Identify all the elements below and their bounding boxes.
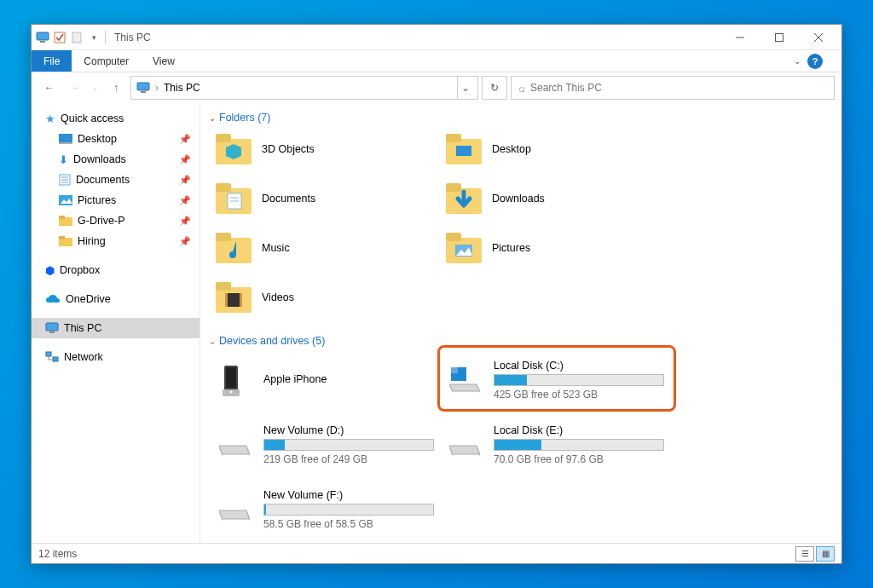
properties-qat-icon[interactable] <box>52 30 67 45</box>
address-separator: › <box>155 82 159 94</box>
sidebar-item-hiring[interactable]: Hiring📌 <box>32 231 199 251</box>
svg-marker-56 <box>449 384 480 391</box>
sidebar-item-pictures[interactable]: Pictures📌 <box>32 190 199 210</box>
svg-rect-24 <box>46 352 51 356</box>
sidebar-item-documents[interactable]: Documents📌 <box>32 170 199 190</box>
details-view-button[interactable]: ☰ <box>795 546 814 562</box>
drive-e[interactable]: Local Disk (E:) 70.0 GB free of 97.6 GB <box>446 422 668 468</box>
svg-rect-50 <box>225 293 228 307</box>
refresh-button[interactable]: ↻ <box>482 76 507 100</box>
svg-rect-16 <box>59 195 72 205</box>
svg-rect-54 <box>226 367 236 388</box>
search-input[interactable] <box>530 82 827 94</box>
pin-icon: 📌 <box>179 195 191 206</box>
chevron-down-icon: ⌄ <box>209 337 216 346</box>
documents-icon <box>59 174 71 186</box>
pin-icon: 📌 <box>179 175 191 186</box>
recent-locations-button[interactable]: ⌄ <box>90 77 101 99</box>
navigation-bar: ← → ⌄ ↑ › This PC ⌄ ↻ ⌕ <box>32 72 841 103</box>
folder-pictures[interactable]: Pictures <box>446 229 668 267</box>
tab-file[interactable]: File <box>32 50 72 72</box>
tab-computer[interactable]: Computer <box>72 50 141 72</box>
pictures-icon <box>59 195 72 205</box>
sidebar-item-desktop[interactable]: Desktop📌 <box>32 129 199 149</box>
svg-rect-42 <box>216 233 231 241</box>
section-folders[interactable]: ⌄ Folders (7) <box>204 105 841 130</box>
status-bar: 12 items ☰ ▦ <box>32 543 841 563</box>
folder-videos[interactable]: Videos <box>216 279 437 316</box>
navigation-pane: ★ Quick access Desktop📌 ⬇ Downloads📌 Doc… <box>32 103 200 543</box>
back-button[interactable]: ← <box>38 77 61 99</box>
dropbox-icon: ⬢ <box>45 264 55 277</box>
folder-icon <box>59 216 72 226</box>
close-button[interactable] <box>799 25 838 50</box>
ribbon-collapse-icon[interactable]: ⌄ <box>794 56 801 66</box>
documents-folder-icon <box>216 182 251 215</box>
drive-f[interactable]: New Volume (F:) 58.5 GB free of 58.5 GB <box>216 487 437 533</box>
network-icon <box>45 351 59 363</box>
this-pc-icon <box>45 322 59 334</box>
drive-usage-bar <box>494 374 664 386</box>
sidebar-item-downloads[interactable]: ⬇ Downloads📌 <box>32 149 199 170</box>
qat-dropdown-icon[interactable]: ▾ <box>86 30 101 45</box>
content-pane: ⌄ Folders (7) 3D Objects Desktop Documen… <box>200 103 841 543</box>
up-button[interactable]: ↑ <box>105 77 127 99</box>
videos-folder-icon <box>216 281 251 314</box>
svg-rect-44 <box>446 233 461 241</box>
svg-rect-51 <box>240 293 242 307</box>
svg-rect-19 <box>59 216 65 219</box>
hard-drive-icon <box>446 429 483 461</box>
address-pc-icon <box>136 82 150 94</box>
minimize-button[interactable] <box>720 25 760 50</box>
folder-documents[interactable]: Documents <box>216 180 437 217</box>
sidebar-network[interactable]: Network <box>32 347 199 367</box>
item-count: 12 items <box>38 548 77 560</box>
drive-c[interactable]: Local Disk (C:) 425 GB free of 523 GB <box>446 357 668 403</box>
drive-usage-bar <box>494 439 664 451</box>
titlebar: ▾ This PC <box>32 25 841 50</box>
help-icon[interactable]: ? <box>807 54 823 69</box>
quick-access-toolbar: ▾ <box>35 30 101 45</box>
svg-rect-3 <box>72 32 81 43</box>
address-dropdown-icon[interactable]: ⌄ <box>457 77 472 99</box>
svg-rect-48 <box>216 282 231 291</box>
svg-marker-61 <box>219 446 250 454</box>
folder-music[interactable]: Music <box>216 229 437 267</box>
sidebar-this-pc[interactable]: This PC <box>32 318 199 338</box>
device-iphone[interactable]: Apple iPhone <box>216 357 437 403</box>
folder-icon <box>59 236 72 246</box>
svg-rect-60 <box>451 367 458 373</box>
sidebar-dropbox[interactable]: ⬢ Dropbox <box>32 260 199 280</box>
maximize-button[interactable] <box>760 25 799 50</box>
svg-rect-2 <box>55 32 65 43</box>
pin-icon: 📌 <box>179 236 191 247</box>
tab-view[interactable]: View <box>141 50 187 72</box>
3d-objects-icon <box>216 133 251 165</box>
pictures-folder-icon <box>446 232 482 264</box>
explorer-window: ▾ This PC File Computer View ⌄ ? ← → ⌄ ↑… <box>31 24 842 564</box>
download-icon: ⬇ <box>59 153 68 166</box>
sidebar-quick-access[interactable]: ★ Quick access <box>32 108 199 129</box>
svg-rect-33 <box>456 146 471 156</box>
address-bar[interactable]: › This PC ⌄ <box>130 76 478 100</box>
folder-downloads[interactable]: Downloads <box>446 180 668 217</box>
svg-rect-8 <box>137 83 149 90</box>
svg-rect-10 <box>59 134 72 142</box>
svg-point-55 <box>230 391 233 394</box>
forward-button[interactable]: → <box>64 77 86 99</box>
new-folder-qat-icon[interactable] <box>69 30 84 45</box>
drive-d[interactable]: New Volume (D:) 219 GB free of 249 GB <box>216 422 437 468</box>
svg-rect-22 <box>46 323 58 331</box>
sidebar-item-gdrive[interactable]: G-Drive-P📌 <box>32 210 199 231</box>
svg-rect-29 <box>216 134 231 142</box>
tiles-view-button[interactable]: ▦ <box>816 546 835 562</box>
hard-drive-icon <box>216 429 253 461</box>
music-folder-icon <box>216 232 251 264</box>
sidebar-onedrive[interactable]: OneDrive <box>32 289 199 309</box>
svg-rect-35 <box>216 183 231 192</box>
folder-desktop[interactable]: Desktop <box>446 130 668 168</box>
section-drives[interactable]: ⌄ Devices and drives (5) <box>204 328 841 354</box>
folder-3d-objects[interactable]: 3D Objects <box>216 130 437 168</box>
downloads-folder-icon <box>446 182 482 215</box>
svg-rect-1 <box>40 41 45 43</box>
